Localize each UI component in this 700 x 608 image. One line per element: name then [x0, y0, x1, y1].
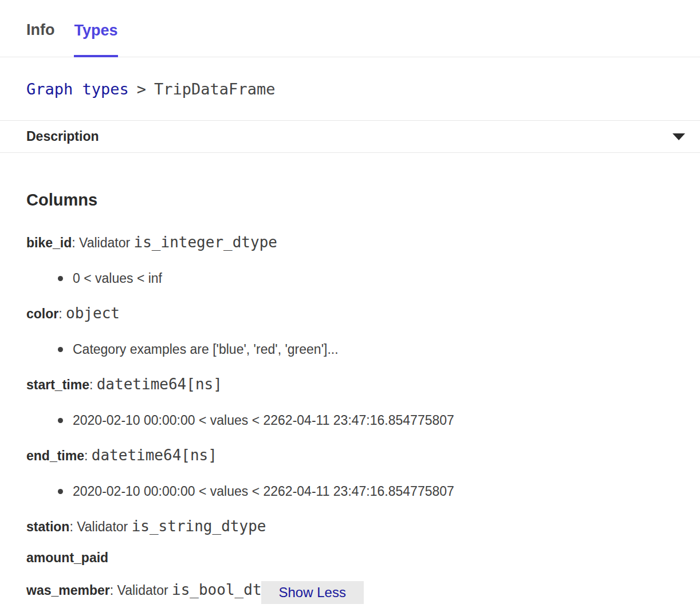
- breadcrumb-current: TripDataFrame: [154, 80, 275, 98]
- tab-info[interactable]: Info: [26, 0, 54, 57]
- description-toggle[interactable]: Description: [0, 120, 700, 153]
- column-name: amount_paid: [26, 550, 108, 565]
- breadcrumb-separator: >: [137, 80, 146, 98]
- constraint-item: 2020-02-10 00:00:00 < values < 2262-04-1…: [26, 412, 674, 429]
- column-type-code: is_integer_dtype: [134, 234, 277, 251]
- tab-info-label: Info: [26, 21, 54, 39]
- column-separator: :: [58, 306, 66, 321]
- constraint-item: 0 < values < inf: [26, 270, 674, 287]
- column-entry-color: color: object: [26, 305, 674, 322]
- column-name: was_member: [26, 583, 110, 598]
- column-entry-end-time: end_time: datetime64[ns]: [26, 447, 674, 464]
- tab-types[interactable]: Types: [74, 0, 117, 57]
- column-type-code: datetime64[ns]: [97, 376, 222, 393]
- column-separator: :: [89, 377, 97, 392]
- tabs-bar: Info Types: [0, 0, 700, 57]
- column-constraints-list: 2020-02-10 00:00:00 < values < 2262-04-1…: [26, 483, 674, 500]
- tab-types-label: Types: [74, 22, 117, 40]
- page: Info Types Graph types > TripDataFrame D…: [0, 0, 700, 608]
- column-name: color: [26, 306, 58, 321]
- column-entry-was-member: was_member: Validator is_bool_dtypeShow …: [26, 580, 674, 603]
- column-validator-prefix: Validator: [117, 583, 172, 598]
- column-name: bike_id: [26, 235, 72, 250]
- constraint-item: Category examples are ['blue', 'red', 'g…: [26, 341, 674, 358]
- column-type-code: is_string_dtype: [132, 518, 266, 535]
- breadcrumb: Graph types > TripDataFrame: [0, 57, 700, 120]
- column-name: station: [26, 519, 69, 534]
- column-entry-station: station: Validator is_string_dtype: [26, 518, 674, 535]
- columns-heading: Columns: [26, 189, 674, 210]
- constraint-item: 2020-02-10 00:00:00 < values < 2262-04-1…: [26, 483, 674, 500]
- column-name: end_time: [26, 448, 84, 463]
- column-type-code: object: [66, 305, 120, 322]
- breadcrumb-link-graph-types[interactable]: Graph types: [26, 80, 129, 98]
- chevron-down-icon[interactable]: [673, 133, 685, 140]
- description-label: Description: [26, 129, 99, 144]
- column-entry-start-time: start_time: datetime64[ns]: [26, 376, 674, 393]
- column-entry-bike-id: bike_id: Validator is_integer_dtype: [26, 234, 674, 251]
- column-constraints-list: Category examples are ['blue', 'red', 'g…: [26, 341, 674, 358]
- column-constraints-list: 2020-02-10 00:00:00 < values < 2262-04-1…: [26, 412, 674, 429]
- column-entry-amount-paid: amount_paid: [26, 549, 674, 566]
- column-validator-prefix: Validator: [79, 235, 133, 250]
- column-type-code: datetime64[ns]: [92, 447, 217, 464]
- column-separator: :: [110, 583, 117, 598]
- column-name: start_time: [26, 377, 89, 392]
- column-separator: :: [72, 235, 79, 250]
- column-separator: :: [69, 519, 77, 534]
- column-constraints-list: 0 < values < inf: [26, 270, 674, 287]
- show-less-button[interactable]: Show Less: [261, 581, 364, 604]
- column-separator: :: [84, 448, 92, 463]
- columns-content: Columns bike_id: Validator is_integer_dt…: [0, 189, 700, 603]
- column-validator-prefix: Validator: [77, 519, 131, 534]
